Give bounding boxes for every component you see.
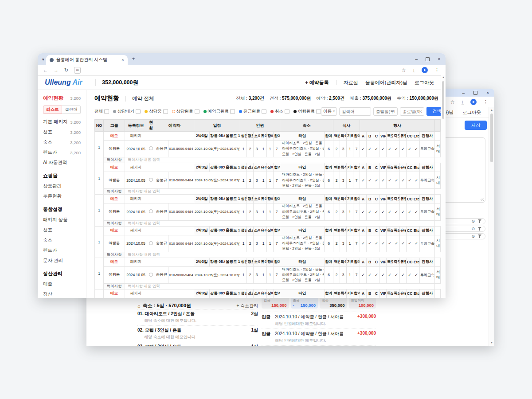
sidebar-menu-item[interactable]: Ai 자동견적 — [43, 160, 81, 166]
sidebar-menu-item[interactable]: 패키지 상품 — [43, 217, 81, 223]
list-view-button[interactable]: 리스트 — [43, 106, 62, 114]
special-note-input[interactable]: 특이사항 내용 입력 — [125, 157, 435, 163]
minimize-button[interactable]: – — [415, 57, 418, 62]
reservation-row-group[interactable]: 1 메모 패키지 2박3일강릉 08:00울릉도 13:00 성인경로소아유아장… — [95, 163, 441, 195]
sidebar-menu-item[interactable]: 문자 관리 — [43, 258, 81, 264]
sidebar-menu-item[interactable]: 숙소 3,200 — [43, 139, 81, 145]
special-note-input[interactable]: 특이사항 내용 입력 — [125, 220, 435, 226]
filter-item[interactable]: 취소 — [270, 109, 289, 114]
filter-checkbox[interactable] — [316, 109, 321, 114]
calendar-view-button[interactable]: 캘린더 — [62, 106, 81, 114]
reservation-main-row[interactable]: 여행동 2024.10.05 송봉규 010-5000-9484 2024.10… — [95, 203, 441, 220]
back-button[interactable]: ← — [43, 67, 48, 73]
browser-tab[interactable]: 울릉에어 통합관리 시스템 × — [46, 55, 128, 65]
download-icon[interactable]: ↓ — [413, 67, 415, 73]
memo-button[interactable]: 메모 — [104, 226, 125, 235]
target-icon[interactable]: ⊙ — [471, 227, 475, 231]
sidebar-menu-item[interactable]: 숙소 — [43, 237, 81, 243]
filter-item[interactable]: 전체 — [94, 109, 109, 114]
target-icon[interactable]: ⊙ — [471, 234, 475, 239]
filter-checkbox[interactable] — [285, 109, 289, 114]
resize-handle-icon[interactable] — [481, 198, 484, 201]
search-button[interactable]: 검색 — [426, 107, 441, 116]
close-button[interactable]: × — [486, 90, 489, 95]
reservation-row-group[interactable]: 1 메모 패키지 2박3일강릉 08:00울릉도 13:00 성인경로소아유아장… — [95, 226, 441, 258]
memo-button[interactable]: 메모 — [104, 195, 125, 203]
search-input[interactable] — [339, 107, 371, 116]
profile-avatar[interactable] — [422, 67, 428, 73]
special-note-input[interactable]: 특이사항 내용 입력 — [125, 283, 435, 289]
profile-avatar[interactable] — [470, 99, 477, 105]
funnel-icon[interactable] — [478, 219, 481, 223]
funnel-icon[interactable] — [478, 227, 481, 231]
reservation-main-row[interactable]: 여행동 2024.10.05 송봉규 010-5000-9484 2024.10… — [95, 141, 441, 157]
special-note-input[interactable]: 특이사항 내용 입력 — [125, 189, 435, 195]
filter-checkbox[interactable] — [230, 109, 235, 114]
scroll-up-icon[interactable]: ▴ — [489, 108, 494, 112]
new-tab-button[interactable]: + — [132, 56, 135, 62]
filter-item[interactable]: 예약금완료 — [203, 109, 235, 114]
star-icon[interactable]: ☆ — [402, 67, 406, 73]
funnel-icon[interactable] — [478, 235, 481, 238]
date-to-input[interactable] — [400, 107, 424, 116]
site-info-icon[interactable]: ⊞ — [74, 67, 81, 74]
tab-search-icon[interactable]: ▾ — [42, 57, 44, 62]
register-reservation-button[interactable]: + 예약등록 — [305, 79, 329, 86]
sidebar-menu-item[interactable]: 렌트카 3,200 — [43, 149, 81, 156]
logout-button[interactable]: 로그아웃 — [462, 110, 481, 116]
filter-item[interactable]: 여행완료 — [293, 109, 321, 114]
logout-button[interactable]: 로그아웃 — [415, 79, 434, 86]
sidebar-menu-item[interactable]: 매출 — [43, 281, 81, 287]
filter-item[interactable]: 상담완료 — [172, 109, 200, 114]
close-button[interactable]: × — [438, 57, 440, 62]
reservation-main-row[interactable]: 여행동 2024.10.05 송봉규 010-5000-9484 2024.10… — [95, 235, 441, 252]
reservation-main-row[interactable]: 여행동 2024.10.05 송봉규 010-5000-9484 2024.10… — [95, 266, 441, 283]
scrollbar-thumb[interactable] — [442, 81, 444, 119]
reservation-main-row[interactable]: 여행동 2024.10.05 송봉규 010-5000-9484 2024.10… — [95, 172, 441, 189]
star-icon[interactable]: ☆ — [450, 99, 455, 105]
special-note-input[interactable]: 특이사항 내용 입력 — [125, 252, 435, 258]
download-icon[interactable]: ↓ — [462, 99, 464, 105]
reservation-row-group[interactable]: 1 메모 패키지 2박3일강릉 08:00울릉도 13:00 성인경로소아유아장… — [95, 289, 441, 298]
transaction-row[interactable]: 입금 2024.10.10 / 예약금 / 현금 / 서아름 +300,000 … — [262, 312, 376, 329]
minimize-button[interactable]: – — [462, 90, 465, 95]
sidebar-item-reservations[interactable]: 예약현황 — [43, 95, 63, 102]
sidebar-menu-item[interactable]: 렌트카 — [43, 247, 81, 254]
lodging-item[interactable]: 02. 모텔 / 3인실 / 온돌 1실 해당 숙소에 대한 메모입니다. — [137, 325, 258, 342]
sidebar-menu-item[interactable]: 선표 3,200 — [43, 129, 81, 135]
maximize-button[interactable] — [426, 57, 430, 61]
memo-button[interactable]: 메모 — [104, 132, 125, 141]
filter-checkbox[interactable] — [136, 109, 141, 114]
reservation-row-group[interactable]: 1 메모 패키지 2박3일강릉 08:00울릉도 13:00 성인경로소아유아장… — [95, 258, 441, 289]
lodging-manage-link[interactable]: + 숙소관리 — [236, 303, 258, 309]
sidebar-menu-item[interactable]: 기본 패키지 3,200 — [43, 119, 81, 125]
memo-button[interactable]: 메모 — [104, 258, 125, 266]
filter-checkbox[interactable] — [104, 109, 109, 114]
filter-item[interactable]: 잔금완료 — [239, 109, 266, 114]
front-window-scrollbar[interactable]: ▴ — [441, 75, 446, 298]
reservation-row-group[interactable]: 1 메모 패키지 2박3일강릉 08:00울릉도 13:00 성인경로소아유아장… — [95, 195, 441, 226]
filter-checkbox[interactable] — [262, 109, 266, 114]
back-window-scrollbar[interactable]: ▴ ▾ — [489, 107, 494, 346]
date-from-input[interactable] — [373, 107, 398, 116]
filter-item[interactable]: 상담중 — [145, 109, 168, 114]
forward-button[interactable]: → — [54, 67, 59, 73]
target-icon[interactable]: ⊙ — [471, 219, 475, 223]
menu-icon[interactable]: ⋮ — [434, 67, 439, 73]
scroll-down-icon[interactable]: ▾ — [489, 341, 494, 344]
sidebar-menu-item[interactable]: 정산 — [43, 291, 81, 297]
memo-button[interactable]: 메모 — [104, 289, 125, 298]
transaction-row[interactable]: 입금 2024.10.10 / 예약금 / 현금 / 서아름 +300,000 … — [262, 329, 376, 345]
lodging-item[interactable]: 03. 모텔 / 3인실 / 온돌 1실 해당 숙소에 대한 메모입니다. — [137, 342, 258, 346]
memo-button[interactable]: 메모 — [104, 163, 125, 172]
logo[interactable]: Ulleung Air — [38, 78, 89, 86]
search-field-select[interactable]: 이름▾ — [321, 107, 337, 116]
filter-checkbox[interactable] — [163, 109, 168, 114]
tab-close-icon[interactable]: × — [121, 58, 124, 62]
reload-button[interactable]: ↻ — [64, 67, 68, 73]
scroll-up-icon[interactable]: ▴ — [442, 75, 444, 78]
transaction-row[interactable]: 출금 2024.10.10 / 환불 / 현금 / 서아름 -300,000 해… — [262, 345, 376, 346]
menu-icon[interactable]: ⋮ — [483, 99, 488, 105]
reservation-row-group[interactable]: 1 메모 패키지 2박3일강릉 08:00울릉도 13:00 성인경로소아유아장… — [95, 132, 441, 163]
sidebar-menu-item[interactable]: 상품관리 — [43, 183, 81, 189]
